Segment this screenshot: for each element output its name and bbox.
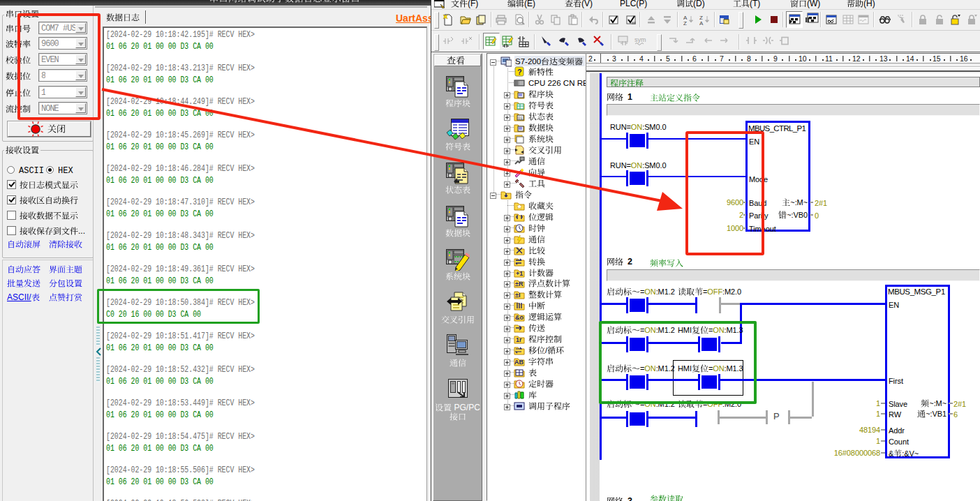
svg-text:16: 16 (960, 54, 968, 63)
svg-text:7: 7 (720, 54, 724, 63)
svg-text:±R: ±R (515, 281, 524, 287)
svg-text:&o: &o (515, 314, 524, 321)
svg-text:3: 3 (612, 54, 616, 63)
svg-text:12: 12 (852, 54, 861, 63)
svg-text:14: 14 (906, 54, 914, 63)
svg-text:6: 6 (692, 54, 697, 63)
svg-text:sym: sym (634, 36, 646, 43)
svg-text:5: 5 (666, 54, 670, 63)
svg-text:1r: 1r (516, 336, 522, 343)
svg-text:9: 9 (773, 54, 778, 63)
svg-text:11: 11 (825, 54, 833, 63)
svg-text:10: 10 (799, 54, 807, 63)
svg-text:2: 2 (588, 54, 593, 63)
svg-text:Z: Z (683, 20, 687, 26)
svg-text:01: 01 (518, 116, 523, 120)
svg-text:AB: AB (514, 359, 524, 366)
svg-text:8: 8 (747, 54, 751, 63)
svg-text:±I: ±I (515, 292, 520, 299)
svg-text:15: 15 (933, 54, 941, 63)
svg-text:13: 13 (879, 54, 888, 63)
svg-text:?: ? (517, 68, 522, 76)
svg-text:+1: +1 (516, 270, 523, 277)
svg-text:4: 4 (639, 54, 644, 63)
svg-text:A: A (699, 20, 704, 26)
